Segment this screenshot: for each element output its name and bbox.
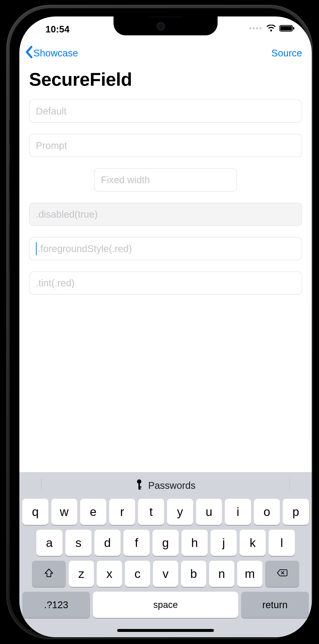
key-c[interactable]: c	[125, 561, 150, 587]
key-y[interactable]: y	[167, 499, 193, 525]
svg-rect-6	[138, 488, 141, 490]
notch	[114, 16, 218, 35]
key-q[interactable]: q	[22, 499, 48, 525]
secure-field-prompt[interactable]: Prompt	[29, 134, 302, 157]
placeholder: .tint(.red)	[36, 278, 74, 288]
key-r[interactable]: r	[109, 499, 135, 525]
placeholder: Prompt	[36, 140, 67, 151]
key-j[interactable]: j	[210, 530, 237, 556]
placeholder: .foregroundStyle(.red)	[38, 243, 132, 254]
battery-icon	[279, 25, 295, 32]
key-u[interactable]: u	[196, 499, 222, 525]
delete-icon	[277, 568, 288, 580]
key-delete[interactable]	[265, 561, 299, 587]
cellular-dots-icon	[249, 27, 262, 29]
svg-rect-4	[138, 483, 140, 489]
svg-rect-1	[280, 26, 292, 30]
key-o[interactable]: o	[254, 499, 280, 525]
key-v[interactable]: v	[153, 561, 178, 587]
key-return[interactable]: return	[241, 592, 309, 618]
screen: 10:54 Showcase	[19, 16, 312, 637]
nav-bar: Showcase Source	[19, 40, 312, 66]
fields-stack: Default Prompt Fixed width .disabled(tru…	[19, 97, 312, 297]
key-x[interactable]: x	[97, 561, 122, 587]
passwords-label: Passwords	[148, 480, 196, 491]
source-button[interactable]: Source	[271, 48, 302, 58]
svg-rect-2	[293, 27, 294, 30]
keyboard-suggestion-bar: Passwords	[19, 472, 312, 499]
device-frame: 10:54 Showcase	[6, 5, 313, 639]
key-f[interactable]: f	[124, 530, 150, 556]
secure-field-tint-red[interactable]: .tint(.red)	[29, 272, 302, 295]
secure-field-default[interactable]: Default	[29, 100, 302, 123]
svg-rect-5	[138, 486, 141, 488]
key-e[interactable]: e	[80, 499, 106, 525]
keyboard: Passwords qwertyuiop asdfghjkl zxcvbnm .…	[19, 472, 312, 637]
key-l[interactable]: l	[269, 530, 295, 556]
wifi-icon	[266, 25, 276, 32]
back-button[interactable]: Showcase	[24, 46, 78, 61]
key-m[interactable]: m	[237, 561, 262, 587]
placeholder: .disabled(true)	[36, 209, 98, 220]
chevron-left-icon	[24, 46, 34, 61]
secure-field-fixed-width[interactable]: Fixed width	[94, 168, 237, 192]
key-icon	[136, 479, 143, 492]
placeholder: Default	[36, 106, 66, 117]
key-space[interactable]: space	[93, 592, 238, 618]
page-title: SecureField	[19, 66, 312, 97]
key-p[interactable]: p	[283, 499, 309, 525]
placeholder: Fixed width	[101, 174, 150, 186]
text-cursor	[36, 242, 37, 255]
key-d[interactable]: d	[94, 530, 120, 556]
shift-icon	[44, 568, 54, 580]
key-shift[interactable]	[32, 561, 66, 587]
passwords-button[interactable]: Passwords	[136, 479, 196, 492]
key-numeric[interactable]: .?123	[22, 592, 90, 618]
back-label: Showcase	[34, 48, 78, 58]
secure-field-foreground-red[interactable]: .foregroundStyle(.red)	[29, 237, 302, 260]
key-h[interactable]: h	[182, 530, 208, 556]
secure-field-disabled: .disabled(true)	[29, 203, 302, 226]
key-t[interactable]: t	[138, 499, 164, 525]
key-b[interactable]: b	[181, 561, 206, 587]
home-indicator[interactable]	[117, 629, 214, 632]
key-n[interactable]: n	[209, 561, 234, 587]
key-w[interactable]: w	[51, 499, 78, 525]
key-i[interactable]: i	[225, 499, 251, 525]
status-time: 10:54	[46, 24, 70, 34]
key-s[interactable]: s	[65, 530, 92, 556]
key-k[interactable]: k	[240, 530, 266, 556]
key-g[interactable]: g	[152, 530, 178, 556]
key-a[interactable]: a	[36, 530, 62, 556]
key-z[interactable]: z	[69, 561, 94, 587]
